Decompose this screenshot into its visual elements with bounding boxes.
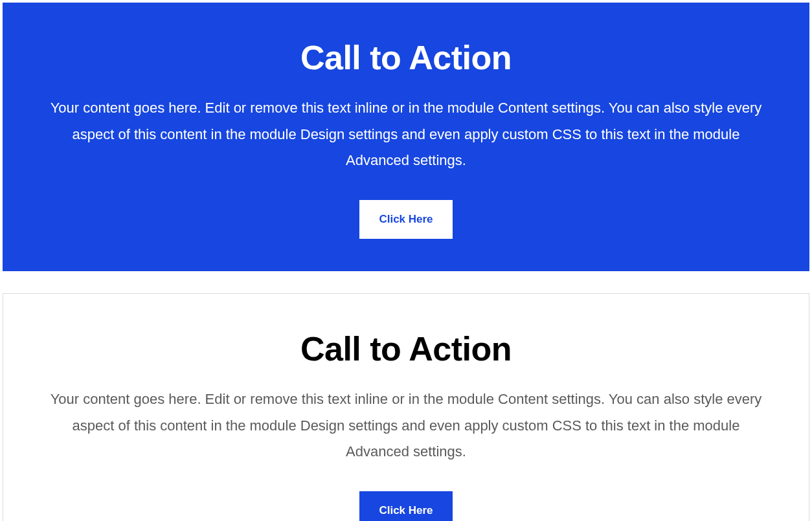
- cta-description: Your content goes here. Edit or remove t…: [50, 95, 762, 174]
- cta-title: Call to Action: [41, 38, 771, 77]
- cta-button[interactable]: Click Here: [359, 491, 452, 521]
- cta-section-light: Call to Action Your content goes here. E…: [3, 293, 809, 521]
- cta-section-dark: Call to Action Your content goes here. E…: [3, 3, 809, 271]
- cta-button[interactable]: Click Here: [359, 200, 452, 239]
- cta-title: Call to Action: [42, 329, 770, 368]
- cta-description: Your content goes here. Edit or remove t…: [50, 386, 762, 465]
